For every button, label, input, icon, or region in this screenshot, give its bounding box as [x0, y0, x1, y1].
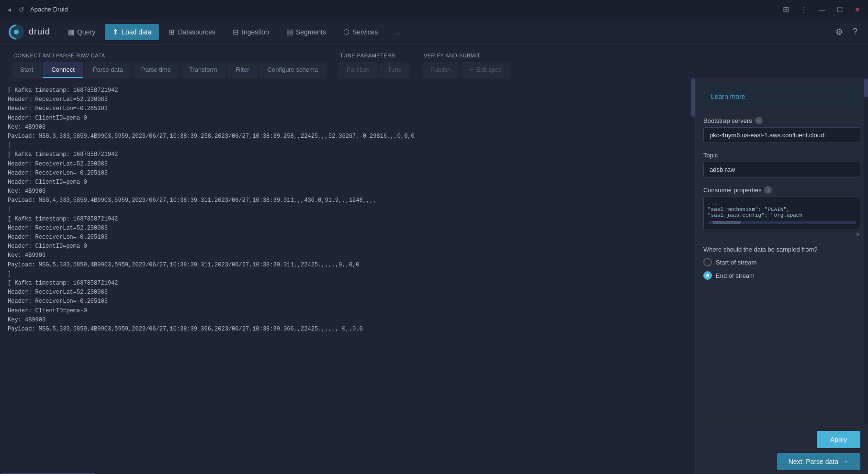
right-scrollbar-thumb[interactable] [864, 78, 868, 98]
logo: druid [8, 23, 50, 41]
edit-spec-icon: ✏ [469, 66, 474, 73]
tab-parse-data[interactable]: Parse data [84, 62, 132, 78]
data-line: [ Kafka timestamp: 1687858721942 [8, 279, 688, 288]
consumer-props-line3: "sasl.jaas.config": "org.apach [708, 212, 856, 218]
radio-circle-start[interactable] [703, 258, 712, 266]
data-scrollbar-thumb[interactable] [691, 78, 695, 117]
step-tabs-tune: Partition Tune [338, 62, 410, 78]
ingestion-icon: ⊟ [233, 28, 239, 36]
learn-more-box: Learn more [703, 86, 860, 107]
tab-publish[interactable]: Publish [422, 62, 460, 78]
nav-right: ⚙ ? [833, 24, 860, 40]
nav-item-datasources[interactable]: ⊞ Datasources [161, 24, 223, 40]
tab-configure-schema[interactable]: Configure schema [259, 62, 327, 78]
data-scrollbar[interactable] [691, 78, 695, 474]
consumer-props-scroll-arrow: ▶ [703, 231, 860, 237]
svg-point-1 [14, 30, 19, 34]
data-line: [ Kafka timestamp: 1687858721942 [8, 86, 688, 95]
data-line: Payload: MSG,5,333,5859,4B9903,5959,2023… [8, 261, 688, 270]
tab-parse-time[interactable]: Parse time [133, 62, 180, 78]
load-data-icon: ⬆ [113, 28, 119, 36]
nav-item-services[interactable]: ⬡ Services [336, 24, 386, 40]
tab-start[interactable]: Start [11, 62, 42, 78]
bootstrap-servers-input[interactable] [703, 127, 860, 143]
radio-end-of-stream[interactable]: End of stream [703, 271, 860, 280]
nav-label-query: Query [77, 28, 95, 36]
data-line: Key: 4B9903 [8, 251, 688, 260]
nav-label-segments: Segments [296, 28, 326, 36]
consumer-props-line1: ... [708, 201, 856, 207]
bootstrap-servers-label: Bootstrap servers i [703, 117, 860, 124]
consumer-props-right-arrow[interactable]: ▶ [857, 231, 860, 237]
consumer-hscrollbar-thumb[interactable] [712, 221, 741, 224]
tab-transform[interactable]: Transform [180, 62, 226, 78]
right-scrollbar[interactable] [864, 78, 868, 424]
apply-button[interactable]: Apply [817, 431, 860, 448]
data-line: [ Kafka timestamp: 1687858721942 [8, 150, 688, 159]
apply-row: Apply [703, 431, 860, 448]
right-panel: Learn more Bootstrap servers i Topic [696, 78, 868, 474]
data-scroll[interactable]: [ Kafka timestamp: 1687858721942 Header:… [0, 78, 695, 474]
data-line: Header: ReceiverLat=52.230083 [8, 160, 688, 169]
step-header: Connect and parse raw data Start Connect… [0, 45, 868, 78]
data-line: Key: 4B9903 [8, 187, 688, 196]
nav-item-query[interactable]: ▦ Query [60, 24, 103, 40]
sampling-label: Where should the data be sampled from? [703, 246, 860, 253]
data-panel: [ Kafka timestamp: 1687858721942 Header:… [0, 78, 696, 474]
bootstrap-servers-group: Bootstrap servers i [703, 117, 860, 143]
radio-label-start: Start of stream [716, 259, 756, 266]
radio-start-of-stream[interactable]: Start of stream [703, 258, 860, 266]
refresh-button[interactable]: ↺ [17, 4, 26, 15]
help-button[interactable]: ? [850, 24, 860, 40]
data-line: Header: ClientID=pema-0 [8, 178, 688, 187]
logo-text: druid [29, 27, 50, 37]
consumer-hscrollbar[interactable] [708, 221, 856, 224]
settings-button[interactable]: ⚙ [833, 24, 846, 40]
step-group-label-tune: Tune parameters [338, 53, 410, 58]
tab-tune[interactable]: Tune [379, 62, 410, 78]
data-line: ] [8, 270, 688, 279]
consumer-props-info-icon[interactable]: i [764, 186, 772, 194]
datasources-icon: ⊞ [169, 28, 175, 36]
radio-circle-end[interactable] [703, 271, 712, 280]
bootstrap-servers-info-icon[interactable]: i [755, 117, 763, 124]
data-line: Header: ReceiverLat=52.230083 [8, 224, 688, 233]
menu-button[interactable]: ⋮ [799, 4, 809, 15]
consumer-props-group: Consumer properties i ... "sasl.mechanis… [703, 186, 860, 237]
maximize-button[interactable]: ☐ [835, 4, 845, 15]
data-line: Header: ClientID=pema-0 [8, 307, 688, 316]
tab-edit-spec[interactable]: ✏Edit spec [461, 62, 510, 78]
learn-more-link[interactable]: Learn more [711, 93, 745, 100]
back-button[interactable]: ◂ [6, 4, 13, 15]
nav-label-ingestion: Ingestion [242, 28, 269, 36]
data-line: [ Kafka timestamp: 1687858721942 [8, 215, 688, 224]
next-arrow-icon: → [842, 458, 849, 465]
titlebar: ◂ ↺ Apache Druid ⊞ ⋮ — ☐ ✕ [0, 0, 868, 19]
consumer-props-box[interactable]: ... "sasl.mechanism": "PLAIN", "sasl.jaa… [703, 197, 860, 230]
nav-item-segments[interactable]: ▤ Segments [279, 24, 334, 40]
step-group-tune: Tune parameters Partition Tune [338, 53, 410, 78]
segments-icon: ▤ [286, 28, 293, 36]
tab-partition[interactable]: Partition [338, 62, 378, 78]
data-line: Header: ReceiverLon=-0.265103 [8, 104, 688, 113]
minimize-button[interactable]: — [817, 4, 827, 15]
translate-icon-button[interactable]: ⊞ [781, 3, 791, 16]
sampling-section: Where should the data be sampled from? S… [703, 246, 860, 280]
data-line: Payload: MSG,3,333,5859,4B9903,5959,2023… [8, 132, 688, 141]
next-button[interactable]: Next: Parse data → [777, 453, 860, 470]
close-button[interactable]: ✕ [853, 4, 862, 15]
right-panel-scroll-area[interactable]: Learn more Bootstrap servers i Topic [696, 78, 868, 424]
query-icon: ▦ [68, 28, 74, 36]
data-line: Header: ClientID=pema-0 [8, 114, 688, 123]
topic-input[interactable] [703, 162, 860, 177]
nav-item-load-data[interactable]: ⬆ Load data [105, 24, 159, 40]
nav-item-ingestion[interactable]: ⊟ Ingestion [225, 24, 277, 40]
app-title: Apache Druid [30, 6, 68, 13]
topic-group: Topic [703, 152, 860, 177]
data-line: Key: 4B9903 [8, 123, 688, 132]
consumer-props-label: Consumer properties i [703, 186, 860, 194]
tab-filter[interactable]: Filter [227, 62, 258, 78]
data-line: Key: 4B9903 [8, 316, 688, 325]
tab-connect[interactable]: Connect [43, 62, 83, 78]
nav-item-more[interactable]: ... [388, 24, 409, 40]
